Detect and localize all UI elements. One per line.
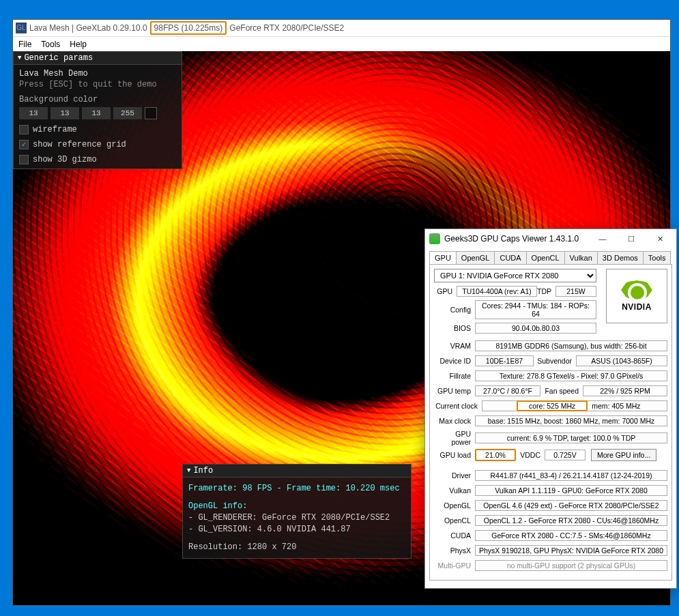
- lbl-tdp: TDP: [537, 287, 555, 295]
- gpu-select[interactable]: GPU 1: NVIDIA GeForce RTX 2080: [434, 269, 596, 282]
- val-cclk-mem: mem: 405 MHz: [588, 401, 644, 411]
- lbl-mclk: Max clock: [434, 417, 475, 425]
- menu-file[interactable]: File: [18, 40, 31, 49]
- more-gpu-button[interactable]: More GPU info...: [591, 449, 656, 461]
- demo-title: Lava Mesh Demo: [19, 69, 176, 78]
- bgcolor-label: Background color: [19, 95, 176, 104]
- nvidia-logo: NVIDIA: [606, 269, 667, 323]
- collapse-icon: ▼: [187, 467, 190, 474]
- title-fps-highlight: 98FPS (10.225ms): [150, 21, 227, 35]
- title-gpu: GeForce RTX 2080/PCIe/SSE2: [229, 23, 344, 33]
- minimize-button[interactable]: ―: [590, 232, 615, 246]
- menu-tools[interactable]: Tools: [41, 40, 60, 49]
- app-icon: GL: [16, 23, 27, 33]
- collapse-icon: ▼: [18, 55, 21, 61]
- caps-body: GPU 1: NVIDIA GeForce RTX 2080 NVIDIA GP…: [429, 264, 672, 581]
- lbl-subv: Subvendor: [534, 357, 576, 365]
- val-pow: current: 6.9 % TDP, target: 100.0 % TDP: [475, 432, 667, 443]
- tab-gpu[interactable]: GPU: [429, 251, 457, 264]
- bg-r[interactable]: 13: [19, 107, 48, 119]
- lbl-vk: Vulkan: [434, 486, 475, 495]
- val-gpu: TU104-400A (rev: A1): [457, 286, 537, 297]
- menubar: File Tools Help: [13, 36, 670, 51]
- bg-b[interactable]: 13: [82, 107, 111, 119]
- val-tdp: 215W: [555, 286, 596, 297]
- nvidia-eye-icon: [621, 280, 652, 299]
- lbl-vddc: VDDC: [516, 451, 545, 459]
- title-app: Lava Mesh | GeeXLab 0.29.10.0: [29, 23, 147, 33]
- info-title: Info: [193, 466, 213, 475]
- val-bios: 90.04.0b.80.03: [475, 323, 596, 334]
- tab-opengl[interactable]: OpenGL: [456, 251, 495, 264]
- val-vddc: 0.725V: [545, 450, 586, 460]
- lbl-physx: PhysX: [434, 546, 475, 555]
- info-header[interactable]: ▼ Info: [182, 464, 411, 478]
- lbl-cuda: CUDA: [434, 531, 475, 540]
- lbl-mgpu: Multi-GPU: [434, 561, 475, 570]
- cb-grid-label: show reference grid: [33, 140, 126, 149]
- lbl-bios: BIOS: [434, 324, 475, 332]
- cb-gizmo-label: show 3D gizmo: [33, 155, 97, 164]
- tab-opencl[interactable]: OpenCL: [526, 251, 565, 264]
- val-fill: Texture: 278.8 GTexel/s - Pixel: 97.0 GP…: [475, 370, 667, 381]
- val-ogl: OpenGL 4.6 (429 ext) - GeForce RTX 2080/…: [475, 500, 667, 511]
- cb-gizmo[interactable]: [19, 155, 29, 164]
- caps-titlebar[interactable]: Geeks3D GPU Caps Viewer 1.43.1.0 ― ☐ ✕: [425, 229, 676, 248]
- val-subv: ASUS (1043-865F): [576, 355, 667, 366]
- caps-app-icon: [429, 233, 440, 244]
- lbl-ogl: OpenGL: [434, 501, 475, 510]
- lbl-ocl: OpenCL: [434, 516, 475, 525]
- lbl-vram: VRAM: [434, 342, 475, 350]
- val-drv: R441.87 (r441_83-4) / 26.21.14.4187 (12-…: [475, 470, 667, 481]
- info-ogl-title: OpenGL info:: [188, 501, 405, 511]
- tab-vulkan[interactable]: Vulkan: [564, 251, 598, 264]
- val-cuda: GeForce RTX 2080 - CC:7.5 - SMs:46@1860M…: [475, 530, 667, 541]
- demo-hint: Press [ESC] to quit the demo: [19, 80, 176, 89]
- val-mgpu: no multi-GPU support (2 physical GPUs): [475, 560, 667, 571]
- bg-g[interactable]: 13: [50, 107, 79, 119]
- val-vk: Vulkan API 1.1.119 - GPU0: GeForce RTX 2…: [475, 485, 667, 496]
- caps-tabs: GPU OpenGL CUDA OpenCL Vulkan 3D Demos T…: [425, 248, 676, 264]
- caps-title-text: Geeks3D GPU Caps Viewer 1.43.1.0: [444, 234, 586, 244]
- cb-wireframe-label: wireframe: [33, 125, 77, 134]
- val-config: Cores: 2944 - TMUs: 184 - ROPs: 64: [475, 300, 596, 319]
- bgcolor-row: 13 13 13 255: [19, 107, 176, 119]
- cb-wireframe[interactable]: [19, 125, 29, 134]
- tab-tools[interactable]: Tools: [643, 251, 671, 264]
- lbl-fan: Fan speed: [540, 387, 583, 395]
- lbl-drv: Driver: [434, 471, 475, 480]
- nvidia-text: NVIDIA: [622, 302, 652, 312]
- tab-cuda[interactable]: CUDA: [494, 251, 526, 264]
- val-mclk: base: 1515 MHz, boost: 1860 MHz, mem: 70…: [475, 415, 667, 426]
- val-ocl: OpenCL 1.2 - GeForce RTX 2080 - CUs:46@1…: [475, 515, 667, 526]
- lbl-devid: Device ID: [434, 357, 475, 365]
- info-res: Resolution: 1280 x 720: [188, 542, 405, 552]
- lbl-load: GPU load: [434, 451, 475, 459]
- lbl-config: Config: [434, 306, 475, 314]
- val-fan: 22% / 925 RPM: [583, 385, 667, 396]
- titlebar[interactable]: GL Lava Mesh | GeeXLab 0.29.10.0 98FPS (…: [13, 20, 670, 36]
- bg-a[interactable]: 255: [113, 107, 142, 119]
- tab-demos[interactable]: 3D Demos: [597, 251, 644, 264]
- lbl-pow: GPU power: [434, 430, 475, 446]
- info-framerate: Framerate: 98 FPS - Frame time: 10.220 m…: [188, 484, 405, 493]
- bg-swatch[interactable]: [145, 107, 157, 119]
- lbl-fill: Fillrate: [434, 372, 475, 380]
- val-physx: PhysX 9190218, GPU PhysX: NVIDIA GeForce…: [475, 545, 667, 556]
- lbl-temp: GPU temp: [434, 387, 475, 395]
- val-load: 21.0%: [475, 449, 516, 461]
- info-renderer: - GL_RENDERER: GeForce RTX 2080/PCIe/SSE…: [188, 513, 405, 523]
- lbl-cclk: Current clock: [434, 402, 482, 410]
- maximize-button[interactable]: ☐: [619, 232, 644, 246]
- val-cclk-core: core: 525 MHz: [517, 400, 588, 411]
- params-header[interactable]: ▼ Generic params: [13, 51, 182, 65]
- close-button[interactable]: ✕: [648, 232, 672, 246]
- menu-help[interactable]: Help: [70, 40, 87, 49]
- params-panel: ▼ Generic params Lava Mesh Demo Press [E…: [13, 51, 182, 169]
- val-devid: 10DE-1E87: [475, 355, 534, 366]
- info-panel: ▼ Info Framerate: 98 FPS - Frame time: 1…: [182, 464, 411, 559]
- gpu-caps-window: Geeks3D GPU Caps Viewer 1.43.1.0 ― ☐ ✕ G…: [424, 229, 677, 589]
- val-temp: 27.0°C / 80.6°F: [475, 385, 540, 396]
- info-version: - GL_VERSION: 4.6.0 NVIDIA 441.87: [188, 525, 405, 534]
- cb-grid[interactable]: ✓: [19, 140, 29, 149]
